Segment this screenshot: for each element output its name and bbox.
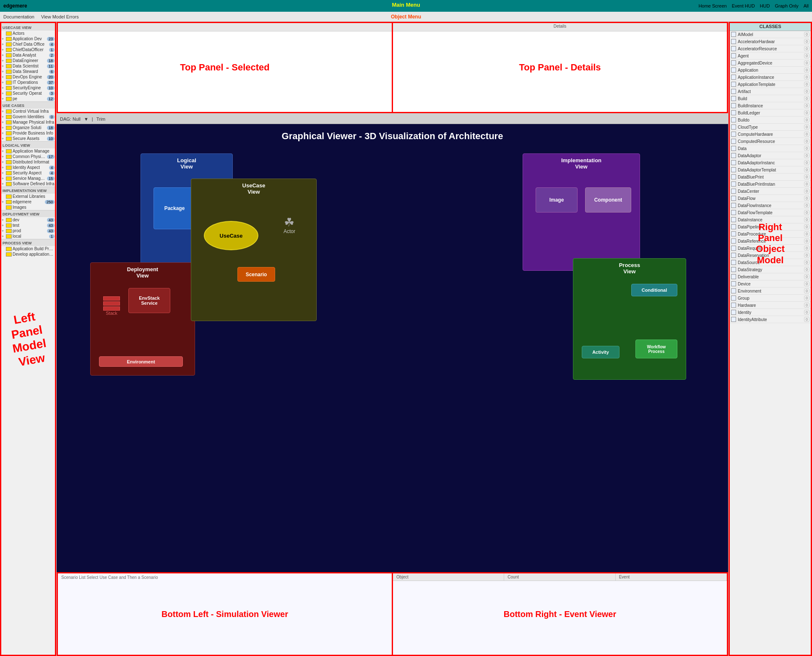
tree-item-dataengineer[interactable]: +DataEngineer18 bbox=[0, 58, 56, 63]
class-item-computedresource[interactable]: ComputedResource 0 bbox=[729, 138, 812, 145]
tree-item-dataanalyst[interactable]: +Data Analyst2 bbox=[0, 52, 56, 58]
tree-item-devappproc[interactable]: Develop application Pro bbox=[0, 252, 56, 257]
usecase-view-box[interactable]: UseCaseView UseCase ☘ Actor Scenario bbox=[191, 179, 317, 321]
tree-item-chiefdataofficer[interactable]: +ChiefDataOfficer1 bbox=[0, 47, 56, 52]
class-item-buildinstance[interactable]: BuildInstance 0 bbox=[729, 102, 812, 109]
tree-item-devops[interactable]: +DevOps Engine20 bbox=[0, 74, 56, 80]
class-item-agent[interactable]: Agent 0 bbox=[729, 52, 812, 60]
class-item-applicationtemplate[interactable]: ApplicationTemplate 0 bbox=[729, 81, 812, 88]
right-panel-content[interactable]: AIModel 0 AcceleratorHardwar 0 Accelerat… bbox=[729, 31, 812, 656]
tree-item-datasteward[interactable]: +Data Steward6 bbox=[0, 69, 56, 74]
class-item-acceleratorhardwar[interactable]: AcceleratorHardwar 0 bbox=[729, 38, 812, 45]
deployment-view-box[interactable]: DeploymentView Stack EnvStackService Env… bbox=[90, 262, 195, 376]
tree-item-servicemgmt[interactable]: +Service Managemen15 bbox=[0, 176, 56, 181]
class-item-identity[interactable]: Identity 0 bbox=[729, 309, 812, 316]
class-item-aggregateddevice[interactable]: AggregatedDevice 0 bbox=[729, 60, 812, 67]
class-item-dataflowtemplate[interactable]: DataFlowTemplate 0 bbox=[729, 209, 812, 216]
tree-item-dev[interactable]: +dev43 bbox=[0, 217, 56, 223]
tree-item-chiefdata[interactable]: +Chief Data Office4 bbox=[0, 41, 56, 47]
envservice-box[interactable]: EnvStackService bbox=[128, 288, 170, 313]
workflow-process-box[interactable]: WorkflowProcess bbox=[635, 340, 677, 358]
class-item-build[interactable]: Build 0 bbox=[729, 95, 812, 102]
class-item-datablueprintinstan[interactable]: DataBluePrintInstan 0 bbox=[729, 181, 812, 188]
tree-item-commonphys[interactable]: +Common Physical L17 bbox=[0, 154, 56, 159]
conditional-box[interactable]: Conditional bbox=[631, 284, 677, 296]
class-item-datasource[interactable]: DataSource 0 bbox=[729, 259, 812, 266]
documentation-link[interactable]: Documentation bbox=[3, 14, 34, 19]
tree-item-appdev[interactable]: +Application Dev23 bbox=[0, 36, 56, 41]
tree-item-secoperat[interactable]: +Security Operat3 bbox=[0, 91, 56, 96]
trim-button[interactable]: Trim bbox=[96, 117, 106, 122]
class-item-application[interactable]: Application 0 bbox=[729, 67, 812, 74]
tree-item-secaspect[interactable]: +Security Aspect4 bbox=[0, 170, 56, 176]
tree-item-pe[interactable]: +pe12 bbox=[0, 96, 56, 101]
tree-item-datascientist[interactable]: +Data Scientist11 bbox=[0, 63, 56, 69]
class-item-acceleratorresource[interactable]: AcceleratorResource 0 bbox=[729, 45, 812, 52]
class-item-artifact[interactable]: Artifact 0 bbox=[729, 88, 812, 95]
component-box[interactable]: Component bbox=[585, 187, 631, 213]
package-box[interactable]: Package bbox=[154, 187, 195, 229]
tree-item-secengine[interactable]: +SecurityEngine10 bbox=[0, 85, 56, 91]
class-item-deliverable[interactable]: Deliverable 0 bbox=[729, 273, 812, 280]
tree-item-appbuildproc[interactable]: Application Build Proce bbox=[0, 246, 56, 252]
class-item-dataadaptorinstanc[interactable]: DataAdaptorInstanc 0 bbox=[729, 159, 812, 166]
class-item-applicationinstance[interactable]: ApplicationInstance 0 bbox=[729, 74, 812, 81]
graph-only-link[interactable]: Graph Only bbox=[775, 3, 799, 8]
class-item-datastrategy[interactable]: DataStrategy 0 bbox=[729, 266, 812, 273]
tree-item-governid[interactable]: +Govern Identities0 bbox=[0, 114, 56, 119]
dag-dropdown-icon[interactable]: ▼ bbox=[84, 117, 88, 122]
class-item-hardware[interactable]: Hardware 0 bbox=[729, 302, 812, 309]
tree-item-local[interactable]: +local1 bbox=[0, 233, 56, 239]
class-item-datacenter[interactable]: DataCenter 0 bbox=[729, 188, 812, 195]
view-model-errors-link[interactable]: View Model Errors bbox=[41, 14, 79, 19]
tree-item-organizesolut[interactable]: +Organize Soluti18 bbox=[0, 125, 56, 130]
image-box[interactable]: Image bbox=[536, 187, 578, 213]
all-link[interactable]: All bbox=[804, 3, 809, 8]
class-item-datapipeline[interactable]: DataPipeline 0 bbox=[729, 223, 812, 231]
usecase-ellipse[interactable]: UseCase bbox=[204, 221, 258, 250]
tree-item-appmanage[interactable]: +Application Manage bbox=[0, 148, 56, 154]
class-item-device[interactable]: Device 0 bbox=[729, 280, 812, 288]
tree-item-providebiz[interactable]: +Provide Business Info bbox=[0, 130, 56, 136]
class-item-group[interactable]: Group 0 bbox=[729, 295, 812, 302]
tree-item-actors[interactable]: Actors bbox=[0, 31, 56, 36]
class-item-identityattribute[interactable]: IdentityAttribute 0 bbox=[729, 316, 812, 323]
class-item-datablueprint[interactable]: DataBluePrint 0 bbox=[729, 174, 812, 181]
tree-item-secureassets[interactable]: +Secure Assets10 bbox=[0, 136, 56, 141]
home-screen-link[interactable]: Home Screen bbox=[698, 3, 726, 8]
class-item-dataflow[interactable]: DataFlow 0 bbox=[729, 195, 812, 202]
hud-link[interactable]: HUD bbox=[760, 3, 770, 8]
tree-item-managephys[interactable]: +Manage Physical Infra bbox=[0, 119, 56, 125]
tree-item-prod[interactable]: +prod43 bbox=[0, 228, 56, 233]
tree-item-controlvirtual[interactable]: +Control Virtual Infra bbox=[0, 109, 56, 114]
class-item-cloudtype[interactable]: CloudType 0 bbox=[729, 124, 812, 131]
class-item-buildo[interactable]: Buildo 0 bbox=[729, 117, 812, 124]
tree-item-images[interactable]: Images bbox=[0, 205, 56, 210]
tree-item-itops[interactable]: +IT Operations37 bbox=[0, 80, 56, 85]
class-item-environment[interactable]: Environment 0 bbox=[729, 288, 812, 295]
activity-box[interactable]: Activity bbox=[582, 346, 619, 358]
event-hud-link[interactable]: Event HUD bbox=[732, 3, 755, 8]
tree-item-distributed[interactable]: +Distributed Informat bbox=[0, 159, 56, 165]
class-item-data[interactable]: Data 0 bbox=[729, 145, 812, 152]
class-item-datainstance[interactable]: DataInstance 0 bbox=[729, 216, 812, 223]
tree-item-extlib[interactable]: External Libraries bbox=[0, 194, 56, 199]
tree-item-softwaredefined[interactable]: +Software Defined Infra bbox=[0, 181, 56, 187]
class-item-dataprocedure[interactable]: DataProcedure 0 bbox=[729, 231, 812, 238]
class-item-dataflowinstance[interactable]: DataFlowInstance 0 bbox=[729, 202, 812, 209]
tree-item-identityaspect[interactable]: +Identity Aspect4 bbox=[0, 165, 56, 170]
class-item-computehardware[interactable]: ComputeHardware 0 bbox=[729, 131, 812, 138]
tree-item-edgemere[interactable]: +edgemere250 bbox=[0, 199, 56, 205]
class-item-datarequest[interactable]: DataRequest 0 bbox=[729, 245, 812, 252]
class-item-datareference[interactable]: DataReference 0 bbox=[729, 238, 812, 245]
class-item-aimodel[interactable]: AIModel 0 bbox=[729, 31, 812, 38]
tree-item-test[interactable]: +test43 bbox=[0, 223, 56, 228]
class-item-dataadaptortemplat[interactable]: DataAdaptorTemplat 0 bbox=[729, 166, 812, 174]
class-item-dataadaptor[interactable]: DataAdaptor 0 bbox=[729, 152, 812, 159]
environment-box[interactable]: Environment bbox=[99, 356, 183, 367]
class-item-buildledger[interactable]: BuildLedger 0 bbox=[729, 109, 812, 117]
process-view-box[interactable]: ProcessView Conditional Activity Workflo… bbox=[573, 258, 686, 380]
implementation-view-box[interactable]: ImplementationView Image Component bbox=[523, 153, 640, 271]
class-item-datareservation[interactable]: DataReservation 0 bbox=[729, 252, 812, 259]
left-panel-content[interactable]: USECASE VIEW Actors +Application Dev23 +… bbox=[0, 22, 56, 656]
